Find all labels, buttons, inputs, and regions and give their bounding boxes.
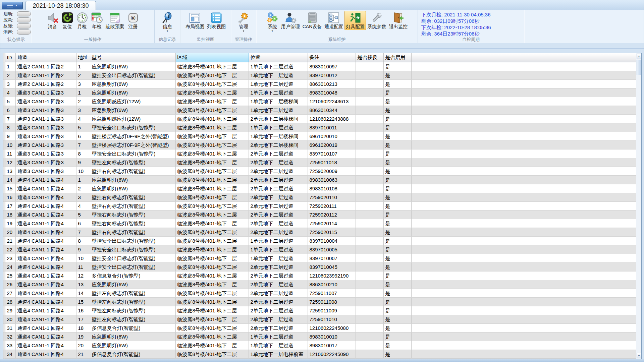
table-row[interactable]: 29 通道4 CAN1-1 回路4 16 壁挂左向标志灯(智能型) 临波庭8号楼… — [3, 306, 636, 315]
cell-location: 2单元地下二层过道 — [249, 210, 308, 219]
cell-model: 应急照明灯(6W) — [90, 341, 175, 350]
table-row[interactable]: 5 通道3 CAN1-1 回路3 2 应急照明感应灯(12W) 临波庭8号楼/4… — [3, 97, 636, 106]
cell-filler — [411, 140, 636, 149]
table-row[interactable]: 17 通道4 CAN1-1 回路4 4 壁挂右向标志灯(智能型) 临波庭8号楼/… — [3, 201, 636, 210]
scrollbar-thumb[interactable] — [637, 60, 641, 75]
table-row[interactable]: 6 通道3 CAN1-1 回路3 3 应急照明灯(6W) 临波庭8号楼/401-… — [3, 106, 636, 114]
cell-area: 临波庭8号楼/401-地下二层 — [175, 315, 249, 323]
table-row[interactable]: 8 通道3 CAN1-1 回路3 5 壁挂安全出口标志灯(智能型) 临波庭8号楼… — [3, 123, 636, 132]
header-note[interactable]: 备注 — [308, 53, 356, 62]
register-button[interactable]: ® 注册 — [126, 11, 141, 30]
cell-enabled: 是 — [383, 201, 411, 210]
cell-channel: 通道4 CAN1-1 回路4 — [15, 236, 76, 245]
table-row[interactable]: 12 通道3 CAN1-1 回路3 9 壁挂左向标志灯(智能型) 临波庭8号楼/… — [3, 158, 636, 167]
table-row[interactable]: 20 通道4 CAN1-1 回路4 7 壁挂右向标志灯(智能型) 临波庭8号楼/… — [3, 228, 636, 236]
system-button[interactable]: 系统 ▼ — [265, 11, 280, 33]
header-model[interactable]: 型号 — [90, 53, 175, 62]
lamp-config-button[interactable]: 灯具配置 — [344, 11, 366, 30]
cell-channel: 通道4 CAN1-1 回路4 — [15, 289, 76, 297]
table-row[interactable]: 33 通道4 CAN1-1 回路4 20 应急照明灯(6W) 临波庭8号楼/40… — [3, 341, 636, 350]
channel-tree-icon — [328, 12, 340, 24]
app-menu-button[interactable]: ▼ — [2, 2, 23, 9]
table-row[interactable]: 16 通道4 CAN1-1 回路4 3 壁挂右向标志灯(智能型) 临波庭8号楼/… — [3, 193, 636, 201]
cell-location: 2单元地下二层过道 — [249, 149, 308, 158]
table-row[interactable]: 32 通道4 CAN1-1 回路4 19 应急照明灯(6W) 临波庭8号楼/40… — [3, 332, 636, 341]
layout-view-button[interactable]: 布局视图 — [184, 11, 206, 30]
cell-location: 2单元地下二层楼梯间 — [249, 114, 308, 123]
scroll-down-button[interactable]: ▼ — [637, 353, 641, 358]
cell-filler — [411, 297, 636, 306]
table-row[interactable]: 22 通道4 CAN1-1 回路4 9 壁挂安全出口标志灯(智能型) 临波庭8号… — [3, 245, 636, 254]
cell-address: 17 — [76, 315, 90, 323]
cell-area: 临波庭8号楼/401-地下二层 — [175, 167, 249, 175]
cell-reversed — [356, 297, 383, 306]
group-general: 消音 复位 月检 年检 — [31, 10, 155, 43]
cell-id: 15 — [5, 184, 15, 193]
cell-reversed — [356, 132, 383, 140]
cell-address: 5 — [76, 123, 90, 132]
table-row[interactable]: 30 通道4 CAN1-1 回路4 17 壁挂左向标志灯(智能型) 临波庭8号楼… — [3, 315, 636, 323]
table-row[interactable]: 19 通道4 CAN1-1 回路4 6 壁挂右向标志灯(智能型) 临波庭8号楼/… — [3, 219, 636, 228]
cell-address: 7 — [76, 228, 90, 236]
table-row[interactable]: 3 通道2 CAN1-1 回路2 3 应急照明灯(6W) 临波庭8号楼/401-… — [3, 79, 636, 88]
table-row[interactable]: 13 通道3 CAN1-1 回路3 10 壁挂右向标志灯(智能型) 临波庭8号楼… — [3, 167, 636, 175]
next-monthly-check-text: 下次月检: 2021-11-30 04:05:36 — [421, 11, 491, 18]
monthly-check-button[interactable]: 月检 — [75, 11, 90, 30]
table-row[interactable]: 10 通道3 CAN1-1 回路3 7 壁挂楼层标志灯0F-9F之外(智能型) … — [3, 140, 636, 149]
annual-check-button[interactable]: 年检 — [90, 11, 104, 30]
scroll-up-button[interactable]: ▲ — [637, 54, 641, 59]
can-device-button[interactable]: CAN设备 — [301, 11, 323, 30]
cell-filler — [411, 262, 636, 271]
header-area[interactable]: 区域 — [175, 53, 249, 62]
table-row[interactable]: 31 通道4 CAN1-1 回路4 18 多信息复合灯(智能型) 临波庭8号楼/… — [3, 323, 636, 332]
window-tab[interactable]: 2021-10-28 18:08:30 — [25, 1, 96, 10]
table-row[interactable]: 14 通道4 CAN1-1 回路4 1 应急照明灯(6W) 临波庭8号楼/401… — [3, 175, 636, 184]
cell-area: 临波庭8号楼/401-地下二层 — [175, 219, 249, 228]
table-row[interactable]: 18 通道4 CAN1-1 回路4 5 壁挂右向标志灯(智能型) 临波庭8号楼/… — [3, 210, 636, 219]
header-enabled[interactable]: 是否启用 — [383, 53, 411, 62]
manage-button[interactable]: 管理 ▼ — [236, 11, 251, 33]
header-id[interactable]: ID — [5, 53, 15, 62]
cell-address: 15 — [76, 297, 90, 306]
plan-calendar-icon — [109, 12, 121, 24]
table-row[interactable]: 34 通道4 CAN1-1 回路4 21 多信息复合灯(智能型) 临波庭8号楼/… — [3, 350, 636, 358]
table-row[interactable]: 27 通道4 CAN1-1 回路4 14 壁挂左向标志灯(智能型) 临波庭8号楼… — [3, 289, 636, 297]
evacuation-plan-label: 疏散预案 — [106, 24, 124, 29]
user-mgmt-label: 用户管理 — [281, 24, 300, 29]
table-row[interactable]: 23 通道4 CAN1-1 回路4 10 壁挂安全出口标志灯(智能型) 临波庭8… — [3, 254, 636, 262]
header-reversed[interactable]: 是否接反 — [356, 53, 383, 62]
table-row[interactable]: 24 通道4 CAN1-1 回路4 11 壁挂安全出口标志灯(智能型) 临波庭8… — [3, 262, 636, 271]
cell-location: 2单元地下二层过道 — [249, 297, 308, 306]
table-row[interactable]: 4 通道3 CAN1-1 回路3 1 应急照明灯(6W) 临波庭8号楼/401-… — [3, 88, 636, 97]
list-view-button[interactable]: 列表视图 — [206, 11, 227, 30]
header-address[interactable]: 地址 — [76, 53, 90, 62]
table-row[interactable]: 26 通道4 CAN1-1 回路4 13 应急照明灯(6W) 临波庭8号楼/40… — [3, 280, 636, 289]
table-row[interactable]: 7 通道3 CAN1-1 回路3 4 应急照明感应灯(12W) 临波庭8号楼/4… — [3, 114, 636, 123]
list-view-icon — [210, 12, 222, 24]
system-params-button[interactable]: 系统参数 — [366, 11, 387, 30]
table-row[interactable]: 9 通道3 CAN1-1 回路3 6 壁挂楼层标志灯0F-9F之外(智能型) 临… — [3, 132, 636, 140]
channel-config-button[interactable]: 通道配置 — [323, 11, 344, 30]
user-mgmt-button[interactable]: 用户管理 — [280, 11, 301, 30]
mute-icon — [47, 12, 59, 24]
header-channel[interactable]: 通道 — [15, 53, 76, 62]
cell-id: 8 — [5, 123, 15, 132]
vertical-scrollbar[interactable]: ▲ ▼ — [636, 53, 641, 359]
evacuation-plan-button[interactable]: 疏散预案 — [104, 11, 126, 30]
table-row[interactable]: 28 通道4 CAN1-1 回路4 15 壁挂左向标志灯(智能型) 临波庭8号楼… — [3, 297, 636, 306]
cell-channel: 通道4 CAN1-1 回路4 — [15, 245, 76, 254]
table-row[interactable]: 25 通道4 CAN1-1 回路4 12 多信息复合灯(智能型) 临波庭8号楼/… — [3, 271, 636, 280]
reset-button[interactable]: 复位 — [60, 11, 75, 30]
table-row[interactable]: 1 通道2 CAN1-1 回路2 1 应急照明灯(6W) 临波庭8号楼/401-… — [3, 62, 636, 71]
table-row[interactable]: 2 通道2 CAN1-1 回路2 2 壁挂安全出口标志灯(智能型) 临波庭8号楼… — [3, 71, 636, 79]
cell-note: 7259011007 — [308, 289, 356, 297]
info-button[interactable]: 信息 ▼ — [160, 11, 175, 33]
table-row[interactable]: 11 通道3 CAN1-1 回路3 8 壁挂安全出口标志灯(智能型) 临波庭8号… — [3, 149, 636, 158]
table-row[interactable]: 21 通道4 CAN1-1 回路4 8 壁挂安全出口标志灯(智能型) 临波庭8号… — [3, 236, 636, 245]
table-row[interactable]: 15 通道4 CAN1-1 回路4 2 应急照明灯(6W) 临波庭8号楼/401… — [3, 184, 636, 193]
mute-button[interactable]: 消音 — [45, 11, 60, 30]
cell-enabled: 是 — [383, 193, 411, 201]
exit-monitor-button[interactable]: 退出监控 — [387, 11, 409, 30]
cell-id: 30 — [5, 315, 15, 323]
header-location[interactable]: 位置 — [249, 53, 308, 62]
